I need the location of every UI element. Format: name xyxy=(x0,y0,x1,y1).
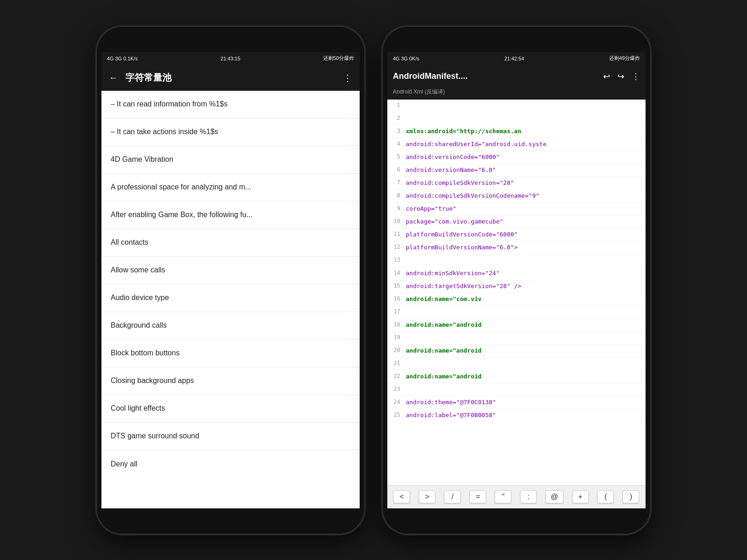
editor-title-bar: AndroidManifest.... ↩ ↪ ⋮ xyxy=(387,65,646,88)
line-content xyxy=(404,113,646,115)
xml-line: 15 android:targetSdkVersion="28" /> xyxy=(387,280,646,293)
keyboard-key[interactable]: = xyxy=(469,490,486,503)
list-item[interactable]: 4D Game Vibration xyxy=(101,146,360,174)
line-content: android:name="android xyxy=(404,346,646,354)
xml-line: 6 android:versionName="6.0" xyxy=(387,164,646,177)
list-item[interactable]: Cool light effects xyxy=(101,395,360,423)
list-item[interactable]: Background calls xyxy=(101,312,360,340)
line-content: platformBuildVersionName="6.0"> xyxy=(404,242,646,251)
line-number: 14 xyxy=(387,268,404,276)
phone-2-bottom xyxy=(383,508,650,534)
xml-line: 11 platformBuildVersionCode="6000" xyxy=(387,229,646,242)
line-number: 3 xyxy=(387,126,404,134)
list-item[interactable]: Closing background apps xyxy=(101,367,360,395)
line-content xyxy=(404,384,646,386)
xml-line: 25 android:label="@7F0B0058" xyxy=(387,409,646,422)
xml-line: 9 coreApp="true" xyxy=(387,203,646,216)
xml-line: 8 android:compileSdkVersionCodename="9" xyxy=(387,190,646,203)
signal-text-1: 4G 3G 0.1K/s xyxy=(107,56,138,61)
line-number: 15 xyxy=(387,281,404,289)
back-button-1[interactable]: ← xyxy=(109,72,118,83)
line-content: android:name="com.viv xyxy=(404,294,646,302)
line-content: coreApp="true" xyxy=(404,204,646,212)
list-item[interactable]: A professional space for analyzing and m… xyxy=(101,174,360,201)
line-number: 20 xyxy=(387,346,404,354)
line-content: android:versionName="6.0" xyxy=(404,165,646,173)
line-number: 19 xyxy=(387,333,404,341)
line-content xyxy=(404,333,646,334)
keyboard-key[interactable]: ( xyxy=(597,490,614,503)
xml-line: 23 xyxy=(387,383,646,396)
status-left-2: 4G 3G 0K/s xyxy=(393,56,419,61)
xml-lines-container[interactable]: 123 xmlns:android="http://schemas.an4 an… xyxy=(387,100,646,485)
line-number: 8 xyxy=(387,191,404,199)
line-content xyxy=(404,359,646,360)
battery-text-1: 还剩50分爆炸 xyxy=(323,55,354,62)
phone-2-screen: 4G 3G 0K/s 21:42:54 还剩49分爆炸 AndroidManif… xyxy=(387,52,646,508)
status-bar-2: 4G 3G 0K/s 21:42:54 还剩49分爆炸 xyxy=(387,52,646,65)
keyboard-bar: <>/=":@+() xyxy=(387,485,646,508)
xml-line: 17 xyxy=(387,306,646,319)
line-content: android:sharedUserId="android.uid.syste xyxy=(404,139,646,147)
time-2: 21:42:54 xyxy=(504,56,524,61)
status-left-1: 4G 3G 0.1K/s xyxy=(107,56,138,61)
xml-editor[interactable]: 123 xmlns:android="http://schemas.an4 an… xyxy=(387,100,646,485)
editor-header: AndroidManifest.... ↩ ↪ ⋮ Android Xml (反… xyxy=(387,65,646,100)
line-number: 13 xyxy=(387,255,404,263)
keyboard-key[interactable]: + xyxy=(572,490,589,503)
line-content: android:name="android xyxy=(404,320,646,328)
line-number: 22 xyxy=(387,371,404,379)
list-item[interactable]: Deny all xyxy=(101,450,360,478)
list-item[interactable]: All contacts xyxy=(101,229,360,257)
phone-1: 4G 3G 0.1K/s 21:43:15 还剩50分爆炸 ← 字符常量池 ⋮ … xyxy=(97,27,364,534)
xml-line: 10 package="com.vivo.gamecube" xyxy=(387,216,646,229)
keyboard-key[interactable]: / xyxy=(444,490,461,503)
overflow-menu-button-1[interactable]: ⋮ xyxy=(343,72,352,83)
line-content: android:compileSdkVersion="28" xyxy=(404,178,646,186)
line-number: 24 xyxy=(387,397,404,405)
undo-button[interactable]: ↩ xyxy=(603,71,610,82)
list-item[interactable]: – It can read information from %1$s xyxy=(101,91,360,118)
list-item[interactable]: – It can take actions inside %1$s xyxy=(101,118,360,146)
keyboard-key[interactable]: > xyxy=(419,490,435,503)
xml-line: 19 xyxy=(387,332,646,345)
line-number: 21 xyxy=(387,359,404,366)
line-number: 7 xyxy=(387,178,404,186)
line-number: 12 xyxy=(387,242,404,250)
line-content: android:compileSdkVersionCodename="9" xyxy=(404,191,646,199)
overflow-menu-button-2[interactable]: ⋮ xyxy=(632,71,640,82)
editor-toolbar: ↩ ↪ ⋮ xyxy=(603,71,640,82)
list-item[interactable]: Audio device type xyxy=(101,284,360,312)
keyboard-key[interactable]: : xyxy=(520,490,537,503)
line-number: 23 xyxy=(387,384,404,392)
xml-line: 3 xmlns:android="http://schemas.an xyxy=(387,125,646,138)
time-1: 21:43:15 xyxy=(220,56,240,61)
xml-line: 12 platformBuildVersionName="6.0"> xyxy=(387,242,646,254)
list-item[interactable]: Block bottom buttons xyxy=(101,340,360,367)
line-number: 17 xyxy=(387,307,404,315)
line-content: android:targetSdkVersion="28" /> xyxy=(404,281,646,289)
line-content: android:versionCode="6000" xyxy=(404,152,646,160)
line-content xyxy=(404,255,646,257)
line-content: package="com.vivo.gamecube" xyxy=(404,217,646,225)
xml-line: 24 android:theme="@7F0C0138" xyxy=(387,396,646,409)
line-content: android:theme="@7F0C0138" xyxy=(404,397,646,406)
list-item[interactable]: After enabling Game Box, the following f… xyxy=(101,201,360,229)
redo-button[interactable]: ↪ xyxy=(617,71,624,82)
keyboard-key[interactable]: " xyxy=(495,490,511,503)
xml-line: 5 android:versionCode="6000" xyxy=(387,151,646,164)
list-item[interactable]: Allow some calls xyxy=(101,257,360,284)
list-item[interactable]: DTS game surround sound xyxy=(101,423,360,450)
xml-line: 22 android:name="android xyxy=(387,371,646,383)
keyboard-key[interactable]: < xyxy=(393,490,410,503)
keyboard-key[interactable]: ) xyxy=(622,490,639,503)
app-header-1: ← 字符常量池 ⋮ xyxy=(101,65,360,91)
line-content: android:name="android xyxy=(404,371,646,380)
line-content: android:minSdkVersion="24" xyxy=(404,268,646,277)
line-content: android:label="@7F0B0058" xyxy=(404,410,646,419)
phone-1-screen: 4G 3G 0.1K/s 21:43:15 还剩50分爆炸 ← 字符常量池 ⋮ … xyxy=(101,52,360,508)
line-content xyxy=(404,307,646,308)
keyboard-key[interactable]: @ xyxy=(545,490,563,503)
status-right-1: 还剩50分爆炸 xyxy=(323,55,354,62)
line-number: 1 xyxy=(387,100,404,108)
